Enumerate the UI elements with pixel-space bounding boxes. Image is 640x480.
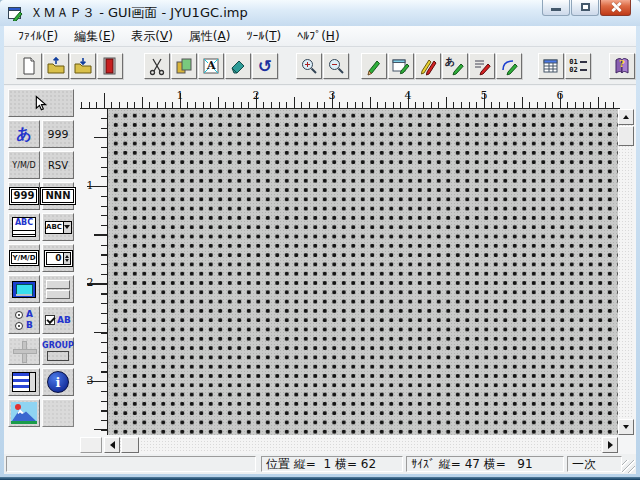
status-position-panel: 位置 縦= 1 横= 62 [261, 456, 403, 472]
open-button[interactable] [43, 53, 69, 79]
curve-pencil-icon [499, 56, 519, 76]
paste-button[interactable] [171, 53, 197, 79]
menu-item-view[interactable]: 表示(V) [123, 26, 181, 47]
multiline-list-icon [12, 372, 36, 392]
open-folder-icon [46, 56, 66, 76]
aiueo-label: あ [445, 55, 455, 69]
button-group-tool[interactable] [42, 275, 74, 303]
char-mode-button[interactable]: A [198, 53, 224, 79]
alpha-box-tool[interactable]: NNN [42, 182, 74, 210]
date-field-tool[interactable]: Y/M/D [8, 151, 40, 179]
radio-button-tool[interactable]: A B [8, 306, 40, 334]
window-edit-button[interactable] [388, 53, 414, 79]
rsv-field-tool[interactable]: RSV [42, 151, 74, 179]
menu-item-edit[interactable]: 編集(E) [66, 26, 123, 47]
up-arrow-icon [623, 115, 629, 119]
status-mode-panel: 一次 [567, 456, 622, 472]
scroll-left-button[interactable] [104, 437, 120, 453]
line-edit-button[interactable] [469, 53, 495, 79]
menu-item-file[interactable]: ﾌｧｲﾙ(F) [10, 27, 66, 45]
color-pencils-button[interactable] [415, 53, 441, 79]
date-box-tool[interactable]: Y/M/D [8, 244, 40, 272]
scrollbar-corner-box [80, 437, 102, 453]
radio-buttons-icon: A B [15, 309, 33, 331]
combobox-icon: ABC [45, 221, 72, 234]
listbox-tool[interactable]: ABC [8, 213, 40, 241]
scroll-down-button[interactable] [618, 419, 634, 435]
image-tool[interactable] [8, 399, 40, 427]
close-button[interactable] [600, 0, 631, 16]
group-box-icon: GROUP [42, 341, 74, 361]
h-ruler-number: 3 [326, 89, 338, 102]
toolbar-group-table: 01 02 [538, 53, 592, 79]
group-box-tool[interactable]: GROUP [42, 337, 74, 365]
workspace: あ 999 Y/M/D RSV 999 NNN ABC ABC Y/M/D 0 [4, 86, 636, 454]
zoom-in-icon [299, 56, 319, 76]
v-ruler-number: 1 [84, 179, 96, 192]
save-button[interactable] [70, 53, 96, 79]
text-edit-button[interactable]: あ [442, 53, 468, 79]
scroll-right-button[interactable] [602, 437, 618, 453]
two-pencils-icon [418, 56, 438, 76]
undo-button[interactable]: ↺ [252, 53, 278, 79]
vertical-scrollbar[interactable] [618, 109, 634, 435]
menu-item-attribute[interactable]: 属性(A) [181, 26, 239, 47]
horizontal-scroll-thumb[interactable] [121, 437, 139, 453]
combobox-tool[interactable]: ABC [42, 213, 74, 241]
h-ruler-number: 2 [250, 89, 262, 102]
info-icon: i [47, 371, 69, 393]
status-size-panel: ｻｲｽﾞ 縦= 47 横= 91 [406, 456, 564, 472]
zoom-out-icon [326, 56, 346, 76]
vertical-scroll-thumb[interactable] [618, 126, 634, 146]
zoom-out-button[interactable] [323, 53, 349, 79]
frame-icon [13, 341, 35, 361]
h-ruler-number: 5 [478, 89, 490, 102]
text-field-tool[interactable]: あ [8, 120, 40, 148]
app-window: ＸＭＡＰ３ - GUI画面 - JYU1GC.imp ﾌｧｲﾙ(F) 編集(E)… [0, 0, 640, 480]
monitor-tool[interactable] [8, 275, 40, 303]
toolbar-group-draw: あ [361, 53, 523, 79]
lines-pencil-icon [472, 56, 492, 76]
toolbar-group-edit: A ↺ [144, 53, 279, 79]
design-canvas[interactable] [108, 109, 618, 435]
maximize-button[interactable] [571, 0, 599, 16]
horizontal-scrollbar[interactable] [104, 437, 618, 453]
numeric-field-tool[interactable]: 999 [42, 120, 74, 148]
titlebar[interactable]: ＸＭＡＰ３ - GUI画面 - JYU1GC.imp [0, 0, 640, 26]
zoom-in-button[interactable] [296, 53, 322, 79]
vertical-ruler: 1 2 3 [80, 109, 108, 435]
checkbox-tool[interactable]: AB [42, 306, 74, 334]
multiline-list-tool[interactable] [8, 368, 40, 396]
checkbox-icon: AB [45, 315, 71, 325]
exit-button[interactable] [97, 53, 123, 79]
minimize-button[interactable] [542, 0, 570, 16]
select-tool[interactable] [8, 89, 74, 117]
sequence-list-icon: 01 02 [569, 58, 586, 74]
down-arrow-icon [623, 425, 629, 429]
table-edit-button[interactable] [538, 53, 564, 79]
spinner-arrows-icon [63, 253, 70, 264]
menu-item-help[interactable]: ﾍﾙﾌﾟ(H) [289, 27, 347, 45]
window-controls [542, 0, 631, 16]
numeric-box-tool[interactable]: 999 [8, 182, 40, 210]
cut-button[interactable] [144, 53, 170, 79]
green-pencil-icon [364, 56, 384, 76]
help-button[interactable]: ? [609, 53, 635, 79]
window-pencil-icon [391, 56, 411, 76]
info-tool[interactable]: i [42, 368, 74, 396]
eraser-icon [228, 56, 248, 76]
eraser-button[interactable] [225, 53, 251, 79]
h-ruler-number: 4 [402, 89, 414, 102]
empty-tool-disabled [42, 399, 74, 427]
new-button[interactable] [16, 53, 42, 79]
resize-grip[interactable] [622, 460, 635, 473]
curve-edit-button[interactable] [496, 53, 522, 79]
menu-item-tool[interactable]: ﾂｰﾙ(T) [238, 27, 289, 45]
spinbox-tool[interactable]: 0 [42, 244, 74, 272]
horizontal-ruler: 1 2 3 4 5 6 [80, 89, 620, 109]
draw-pencil-button[interactable] [361, 53, 387, 79]
sequence-list-button[interactable]: 01 02 [565, 53, 591, 79]
h-ruler-number: 6 [554, 89, 566, 102]
maximize-icon [581, 3, 590, 11]
scroll-up-button[interactable] [618, 109, 634, 125]
